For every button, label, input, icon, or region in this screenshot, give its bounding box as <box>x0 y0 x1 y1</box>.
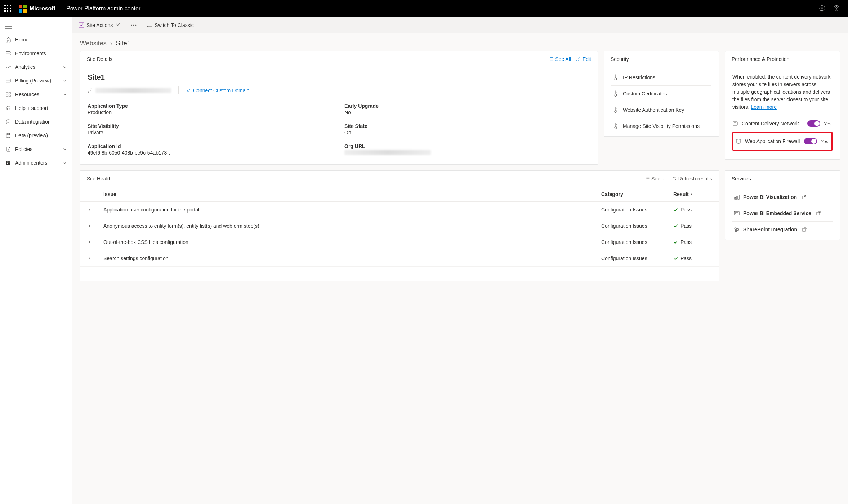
category-cell: Configuration Issues <box>596 218 668 234</box>
svg-rect-62 <box>734 211 739 215</box>
embedded-icon <box>734 210 740 216</box>
svg-rect-16 <box>6 95 8 97</box>
svg-point-5 <box>834 5 839 11</box>
waf-toggle[interactable] <box>804 138 817 144</box>
col-result[interactable]: Result <box>668 187 719 202</box>
settings-icon[interactable] <box>815 5 829 13</box>
services-card: Services Power BI Visualization Power BI… <box>725 170 840 240</box>
admin-centers-icon <box>5 160 12 166</box>
ellipsis-icon <box>131 22 137 28</box>
see-all-health-button[interactable]: See all <box>645 176 667 182</box>
headset-icon <box>5 105 12 111</box>
col-category[interactable]: Category <box>596 187 668 202</box>
col-issue[interactable]: Issue <box>98 187 596 202</box>
switch-to-classic-button[interactable]: Switch To Classic <box>147 22 194 28</box>
edit-button[interactable]: Edit <box>576 56 591 62</box>
chevron-down-icon <box>63 78 67 84</box>
home-icon <box>5 36 12 43</box>
result-cell: Pass <box>673 255 714 261</box>
security-item-auth-key[interactable]: Website Authentication Key <box>611 102 711 118</box>
expand-row-button[interactable] <box>80 250 98 267</box>
chevron-down-icon <box>115 22 123 28</box>
bar-chart-icon <box>734 194 740 200</box>
issue-cell: Out-of-the-box CSS files configuration <box>98 234 596 250</box>
site-url-redacted <box>95 88 171 93</box>
sidebar-item-data-integration[interactable]: Data integration <box>0 115 72 129</box>
expand-row-button[interactable] <box>80 202 98 218</box>
sidebar-item-label: Billing (Preview) <box>15 78 51 84</box>
svg-rect-23 <box>7 162 8 163</box>
cdn-toggle[interactable] <box>807 120 820 127</box>
performance-description: When enabled, the content delivery netwo… <box>732 73 833 111</box>
health-row: Anonymous access to entity form(s), enti… <box>80 218 719 234</box>
sidebar-item-data-preview[interactable]: Data (preview) <box>0 129 72 142</box>
issue-cell: Application user configuration for the p… <box>98 202 596 218</box>
sharepoint-icon <box>734 227 740 232</box>
waf-label: Web Application Firewall <box>745 138 800 144</box>
svg-rect-59 <box>738 195 739 199</box>
more-actions-button[interactable] <box>131 22 139 28</box>
sidebar-item-admin-centers[interactable]: Admin centers <box>0 156 72 170</box>
site-actions-label: Site Actions <box>86 22 113 28</box>
sidebar-collapse-button[interactable] <box>0 21 72 33</box>
cdn-icon <box>732 121 738 126</box>
sidebar-item-billing[interactable]: Billing (Preview) <box>0 74 72 88</box>
service-sharepoint-integration[interactable]: SharePoint Integration <box>732 222 833 237</box>
sidebar-item-help-support[interactable]: Help + support <box>0 101 72 115</box>
key-icon <box>612 73 620 82</box>
svg-line-61 <box>804 195 806 197</box>
security-item-custom-certificates[interactable]: Custom Certificates <box>611 86 711 102</box>
application-id-value: 49ef6f8b-6050-408b-be9c-54ab173c9… <box>88 150 174 156</box>
security-item-ip-restrictions[interactable]: IP Restrictions <box>611 70 711 86</box>
external-link-icon <box>816 211 821 215</box>
cdn-toggle-state: Yes <box>824 121 833 126</box>
svg-line-70 <box>804 228 806 230</box>
sidebar-item-label: Admin centers <box>15 160 47 166</box>
security-item-site-visibility-permissions[interactable]: Manage Site Visibility Permissions <box>611 118 711 134</box>
svg-rect-0 <box>19 5 22 8</box>
switch-to-classic-label: Switch To Classic <box>155 22 194 28</box>
connect-custom-domain-link[interactable]: Connect Custom Domain <box>186 88 249 93</box>
sidebar-item-home[interactable]: Home <box>0 33 72 46</box>
category-cell: Configuration Issues <box>596 234 668 250</box>
sidebar-item-analytics[interactable]: Analytics <box>0 60 72 74</box>
sidebar-item-policies[interactable]: Policies <box>0 142 72 156</box>
breadcrumb-root[interactable]: Websites <box>80 40 107 47</box>
app-launcher-icon[interactable] <box>4 5 12 12</box>
learn-more-link[interactable]: Learn more <box>751 104 777 110</box>
sort-asc-icon <box>690 193 693 196</box>
expand-row-button[interactable] <box>80 234 98 250</box>
svg-rect-58 <box>736 196 737 199</box>
see-all-button[interactable]: See All <box>549 56 571 62</box>
breadcrumb: Websites › Site1 <box>72 33 848 51</box>
external-link-icon <box>802 195 806 199</box>
svg-line-65 <box>818 211 820 214</box>
service-power-bi-embedded[interactable]: Power BI Embedded Service <box>732 205 833 222</box>
edit-site-url-button[interactable] <box>88 88 171 93</box>
org-url-redacted <box>344 150 431 155</box>
key-icon <box>612 90 620 98</box>
main-content: Site Actions Switch To Classic Websites … <box>72 17 848 504</box>
svg-rect-57 <box>735 197 736 199</box>
site-actions-button[interactable]: Site Actions <box>79 22 123 28</box>
service-power-bi-visualization[interactable]: Power BI Visualization <box>732 189 833 205</box>
expand-row-button[interactable] <box>80 218 98 234</box>
svg-rect-10 <box>6 52 10 53</box>
analytics-icon <box>5 64 12 70</box>
checkmark-icon <box>673 256 678 261</box>
health-row: Application user configuration for the p… <box>80 202 719 218</box>
data-preview-icon <box>5 132 12 139</box>
cdn-toggle-row: Content Delivery Network Yes <box>732 117 833 130</box>
help-icon[interactable] <box>829 5 844 13</box>
svg-point-68 <box>735 230 737 232</box>
svg-rect-1 <box>23 5 27 8</box>
sidebar-item-resources[interactable]: Resources <box>0 88 72 101</box>
issue-cell: Anonymous access to entity form(s), enti… <box>98 218 596 234</box>
site-health-table: Issue Category Result Application user c… <box>80 187 719 267</box>
svg-rect-11 <box>6 54 10 55</box>
sidebar-item-environments[interactable]: Environments <box>0 46 72 60</box>
firewall-icon <box>736 138 741 144</box>
key-icon <box>612 106 620 114</box>
svg-rect-3 <box>23 9 27 13</box>
refresh-results-button[interactable]: Refresh results <box>672 176 712 182</box>
